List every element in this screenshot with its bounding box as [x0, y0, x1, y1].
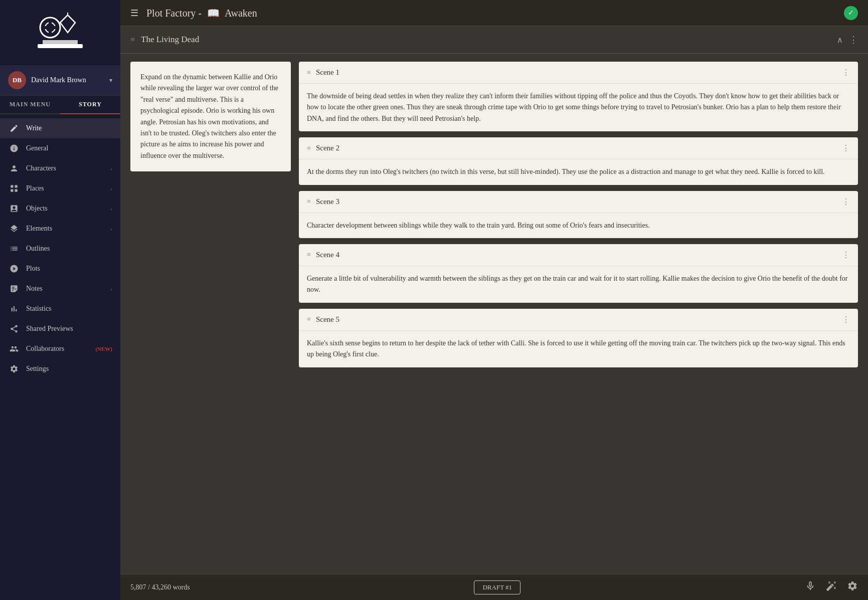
sidebar-item-elements[interactable]: Elements ›	[0, 219, 120, 239]
scene-title-4: Scene 4	[316, 251, 842, 259]
chevron-right-icon: ›	[110, 165, 112, 172]
check-icon: ✓	[844, 6, 858, 20]
sidebar-item-label-notes: Notes	[26, 285, 110, 293]
collapse-icon[interactable]: ∧	[837, 35, 843, 45]
svg-marker-4	[60, 15, 75, 33]
sidebar-item-label-collaborators: Collaborators	[26, 345, 93, 353]
app-title: Plot Factory - 📖 Awaken	[146, 7, 257, 19]
scene-header-1: ≡ Scene 1 ⋮	[299, 62, 858, 84]
nav-menu: Write General Characters › Places ›	[0, 114, 120, 600]
scene-more-icon-1[interactable]: ⋮	[842, 68, 850, 77]
info-icon	[8, 144, 20, 153]
scene-body-4: Generate a little bit of vulnerability a…	[299, 266, 858, 303]
layers-icon	[8, 224, 20, 233]
sidebar: DB David Mark Brown ▾ MAIN MENU STORY Wr…	[0, 0, 120, 600]
chapter-title: The Living Dead	[141, 35, 837, 45]
new-badge: (NEW)	[95, 346, 112, 352]
note-icon	[8, 284, 20, 293]
scene-header-3: ≡ Scene 3 ⋮	[299, 191, 858, 213]
sidebar-item-settings[interactable]: Settings	[0, 359, 120, 379]
scene-more-icon-3[interactable]: ⋮	[842, 197, 850, 207]
tab-main-menu[interactable]: MAIN MENU	[0, 96, 60, 113]
plot-icon	[8, 264, 20, 273]
sidebar-item-label-outlines: Outlines	[26, 245, 112, 253]
main-content: ☰ Plot Factory - 📖 Awaken ✓ ≡ The Living…	[120, 0, 868, 600]
sidebar-item-shared-previews[interactable]: Shared Previews	[0, 319, 120, 339]
sidebar-item-outlines[interactable]: Outlines	[0, 239, 120, 259]
chapter-more-icon[interactable]: ⋮	[849, 34, 858, 45]
scene-more-icon-4[interactable]: ⋮	[842, 250, 850, 260]
scene-more-icon-5[interactable]: ⋮	[842, 315, 850, 324]
grid-icon	[8, 184, 20, 193]
chevron-right-icon-notes: ›	[110, 285, 112, 293]
nav-tabs: MAIN MENU STORY	[0, 96, 120, 114]
user-area[interactable]: DB David Mark Brown ▾	[0, 65, 120, 96]
app-logo	[33, 10, 88, 55]
scene-header-2: ≡ Scene 2 ⋮	[299, 137, 858, 159]
scene-body-5: Kallie's sixth sense begins to return to…	[299, 331, 858, 367]
sidebar-item-collaborators[interactable]: Collaborators (NEW)	[0, 339, 120, 359]
synopsis-text: Expand on the dynamic between Kallie and…	[140, 73, 278, 159]
scenes-panel: ≡ Scene 1 ⋮ The downside of being dead s…	[299, 62, 858, 566]
bottom-bar: 5,807 / 43,260 words DRAFT #1	[120, 574, 868, 600]
scene-card-2: ≡ Scene 2 ⋮ At the dorms they run into O…	[299, 137, 858, 184]
bar-chart-icon	[8, 304, 20, 313]
draft-badge[interactable]: DRAFT #1	[474, 580, 520, 594]
sidebar-item-label-shared-previews: Shared Previews	[26, 325, 112, 333]
svg-rect-3	[49, 20, 52, 35]
scene-title-1: Scene 1	[316, 68, 842, 77]
sidebar-item-label-characters: Characters	[26, 164, 110, 172]
scene-more-icon-2[interactable]: ⋮	[842, 143, 850, 153]
sidebar-item-general[interactable]: General	[0, 138, 120, 158]
bottom-icons	[805, 580, 858, 594]
tab-story[interactable]: STORY	[60, 96, 120, 114]
sidebar-item-write[interactable]: Write	[0, 118, 120, 138]
scene-header-4: ≡ Scene 4 ⋮	[299, 244, 858, 266]
tools-icon[interactable]	[826, 580, 837, 594]
scene-body-3: Character development between siblings w…	[299, 213, 858, 238]
scene-drag-icon-1: ≡	[307, 69, 311, 77]
word-count: 5,807 / 43,260 words	[130, 583, 190, 591]
top-bar: ☰ Plot Factory - 📖 Awaken ✓	[120, 0, 868, 26]
top-bar-right: ✓	[844, 6, 858, 20]
group-icon	[8, 344, 20, 353]
person-icon	[8, 164, 20, 173]
scene-card-1: ≡ Scene 1 ⋮ The downside of being dead s…	[299, 62, 858, 131]
scene-title-3: Scene 3	[316, 197, 842, 206]
microphone-icon[interactable]	[805, 580, 816, 594]
scene-drag-icon-4: ≡	[307, 251, 311, 259]
share-icon	[8, 324, 20, 333]
book-icon: 📖	[207, 8, 220, 19]
chapter-actions: ∧ ⋮	[837, 34, 858, 45]
chevron-down-icon: ▾	[109, 77, 112, 84]
chevron-right-icon-places: ›	[110, 185, 112, 192]
sidebar-item-label-places: Places	[26, 184, 110, 192]
scene-card-3: ≡ Scene 3 ⋮ Character development betwee…	[299, 191, 858, 238]
settings-icon[interactable]	[847, 580, 858, 594]
scene-card-4: ≡ Scene 4 ⋮ Generate a little bit of vul…	[299, 244, 858, 303]
sidebar-item-label-statistics: Statistics	[26, 305, 112, 313]
sidebar-item-label-plots: Plots	[26, 265, 112, 273]
sidebar-item-plots[interactable]: Plots	[0, 259, 120, 279]
sidebar-item-label-general: General	[26, 144, 112, 152]
scene-title-5: Scene 5	[316, 315, 842, 324]
scene-title-2: Scene 2	[316, 144, 842, 152]
sidebar-item-characters[interactable]: Characters ›	[0, 158, 120, 178]
svg-rect-7	[43, 40, 78, 44]
pencil-icon	[8, 124, 20, 133]
gear-icon	[8, 364, 20, 373]
sidebar-item-places[interactable]: Places ›	[0, 178, 120, 198]
chevron-right-icon-objects: ›	[110, 205, 112, 213]
synopsis-panel: Expand on the dynamic between Kallie and…	[130, 62, 291, 171]
scene-drag-icon-5: ≡	[307, 315, 311, 323]
content-area: ≡ The Living Dead ∧ ⋮ Expand on the dyna…	[120, 26, 868, 574]
sidebar-item-statistics[interactable]: Statistics	[0, 299, 120, 319]
sidebar-item-objects[interactable]: Objects ›	[0, 198, 120, 219]
hamburger-menu[interactable]: ☰	[130, 8, 138, 19]
scene-body-1: The downside of being dead settles in wh…	[299, 84, 858, 131]
sidebar-item-notes[interactable]: Notes ›	[0, 279, 120, 299]
sidebar-item-label-elements: Elements	[26, 225, 110, 233]
chapter-body: Expand on the dynamic between Kallie and…	[120, 54, 868, 574]
scene-drag-icon-2: ≡	[307, 144, 311, 152]
chapter-header: ≡ The Living Dead ∧ ⋮	[120, 26, 868, 54]
